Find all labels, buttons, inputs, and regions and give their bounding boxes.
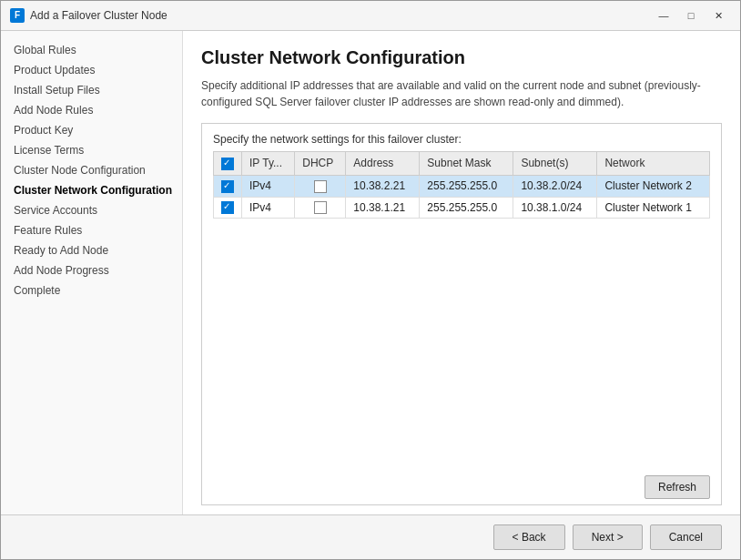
sidebar-item-product-key[interactable]: Product Key — [1, 120, 182, 140]
table-wrapper: IP Ty... DHCP Address Subnet Mask Subnet… — [202, 151, 721, 470]
panel-footer: Refresh — [202, 470, 721, 504]
sidebar-item-cluster-network-configuration[interactable]: Cluster Network Configuration — [1, 180, 182, 200]
col-header-check — [214, 152, 242, 176]
row-dhcp-cell — [295, 197, 346, 219]
row-ip-type: IPv4 — [242, 175, 295, 197]
sidebar-item-license-terms[interactable]: License Terms — [1, 140, 182, 160]
refresh-button[interactable]: Refresh — [645, 475, 710, 499]
col-header-dhcp: DHCP — [295, 152, 346, 176]
col-header-address: Address — [346, 152, 420, 176]
next-button[interactable]: Next > — [573, 524, 643, 550]
col-header-subnets: Subnet(s) — [513, 152, 597, 176]
close-button[interactable]: ✕ — [705, 6, 731, 25]
sidebar-item-add-node-progress[interactable]: Add Node Progress — [1, 260, 182, 280]
row-dhcp-checkbox[interactable] — [314, 201, 327, 214]
row-checkbox[interactable] — [221, 201, 234, 214]
window-title: Add a Failover Cluster Node — [30, 9, 645, 22]
sidebar-item-feature-rules[interactable]: Feature Rules — [1, 220, 182, 240]
titlebar-buttons: — □ ✕ — [651, 6, 731, 25]
row-checkbox-cell — [214, 197, 242, 219]
sidebar-item-complete[interactable]: Complete — [1, 280, 182, 300]
sidebar-item-product-updates[interactable]: Product Updates — [1, 60, 182, 80]
col-header-network: Network — [597, 152, 710, 176]
row-checkbox[interactable] — [221, 180, 234, 193]
cancel-button[interactable]: Cancel — [650, 524, 722, 550]
row-network: Cluster Network 1 — [597, 197, 710, 219]
col-header-subnet-mask: Subnet Mask — [420, 152, 513, 176]
table-body: IPv410.38.2.21255.255.255.010.38.2.0/24C… — [214, 175, 710, 219]
sidebar-item-global-rules[interactable]: Global Rules — [1, 40, 182, 60]
sidebar-item-install-setup-files[interactable]: Install Setup Files — [1, 80, 182, 100]
maximize-button[interactable]: □ — [678, 6, 704, 25]
row-subnets: 10.38.1.0/24 — [513, 197, 597, 219]
page-description: Specify additional IP addresses that are… — [201, 77, 722, 110]
table-row[interactable]: IPv410.38.2.21255.255.255.010.38.2.0/24C… — [214, 175, 710, 197]
row-checkbox-cell — [214, 175, 242, 197]
row-address: 10.38.2.21 — [346, 175, 420, 197]
row-dhcp-checkbox[interactable] — [314, 180, 327, 193]
sidebar-item-add-node-rules[interactable]: Add Node Rules — [1, 100, 182, 120]
row-subnets: 10.38.2.0/24 — [513, 175, 597, 197]
table-row[interactable]: IPv410.38.1.21255.255.255.010.38.1.0/24C… — [214, 197, 710, 219]
row-subnet-mask: 255.255.255.0 — [420, 175, 513, 197]
footer: < Back Next > Cancel — [1, 514, 740, 559]
panel-description: Specify the network settings for this fa… — [202, 124, 721, 151]
table-header: IP Ty... DHCP Address Subnet Mask Subnet… — [214, 152, 710, 176]
row-address: 10.38.1.21 — [346, 197, 420, 219]
back-button[interactable]: < Back — [493, 524, 565, 550]
network-table: IP Ty... DHCP Address Subnet Mask Subnet… — [213, 151, 710, 219]
row-dhcp-cell — [295, 175, 346, 197]
col-header-ip-type: IP Ty... — [242, 152, 295, 176]
content-area: Global RulesProduct UpdatesInstall Setup… — [1, 31, 740, 514]
page-title: Cluster Network Configuration — [201, 47, 722, 68]
main-panel: Cluster Network Configuration Specify ad… — [183, 31, 740, 514]
row-ip-type: IPv4 — [242, 197, 295, 219]
network-panel: Specify the network settings for this fa… — [201, 123, 722, 505]
main-window: F Add a Failover Cluster Node — □ ✕ Glob… — [0, 0, 741, 560]
row-network: Cluster Network 2 — [597, 175, 710, 197]
titlebar: F Add a Failover Cluster Node — □ ✕ — [1, 1, 740, 31]
header-checkbox[interactable] — [221, 158, 234, 170]
sidebar: Global RulesProduct UpdatesInstall Setup… — [1, 31, 183, 514]
window-icon: F — [10, 8, 25, 23]
sidebar-item-cluster-node-configuration[interactable]: Cluster Node Configuration — [1, 160, 182, 180]
sidebar-item-service-accounts[interactable]: Service Accounts — [1, 200, 182, 220]
row-subnet-mask: 255.255.255.0 — [420, 197, 513, 219]
minimize-button[interactable]: — — [651, 6, 676, 25]
sidebar-item-ready-to-add-node[interactable]: Ready to Add Node — [1, 240, 182, 260]
